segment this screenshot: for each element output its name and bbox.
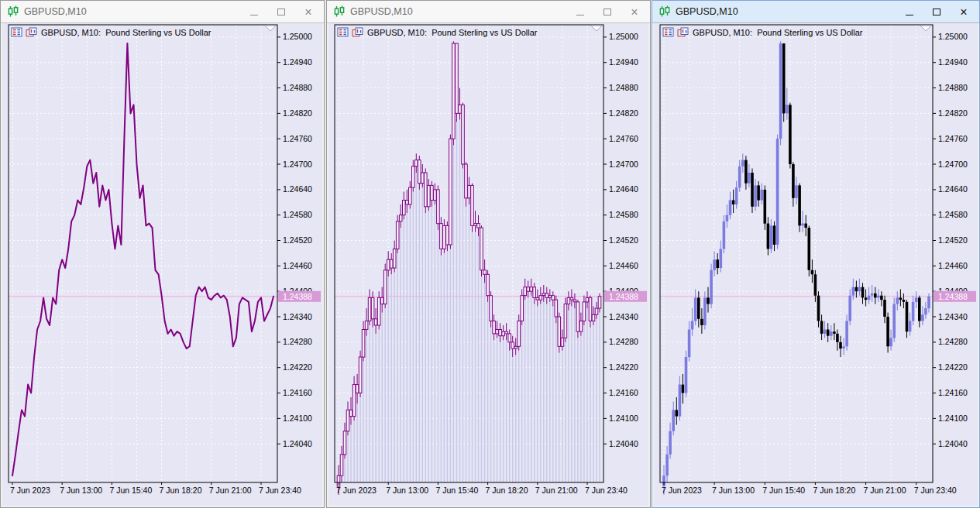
svg-text:1.24160: 1.24160 <box>938 388 968 397</box>
svg-text:7 Jun 18:20: 7 Jun 18:20 <box>486 486 528 495</box>
svg-text:1.24700: 1.24700 <box>938 160 968 169</box>
svg-text:7 Jun 21:00: 7 Jun 21:00 <box>535 486 578 495</box>
close-button[interactable]: × <box>630 7 639 17</box>
svg-text:7 Jun 18:20: 7 Jun 18:20 <box>160 486 202 495</box>
window-titlebar[interactable]: GBPUSD,M10 × <box>1 1 324 23</box>
svg-text:1.24880: 1.24880 <box>609 83 638 92</box>
svg-text:7 Jun 13:00: 7 Jun 13:00 <box>60 486 102 495</box>
svg-text:7 Jun 23:40: 7 Jun 23:40 <box>259 486 301 495</box>
svg-text:7 Jun 21:00: 7 Jun 21:00 <box>209 486 252 495</box>
svg-text:1.24580: 1.24580 <box>283 210 312 219</box>
svg-text:1.24640: 1.24640 <box>283 184 312 194</box>
svg-text:1.24640: 1.24640 <box>609 184 638 194</box>
window-title: GBPUSD,M10 <box>676 6 738 17</box>
svg-text:1.25000: 1.25000 <box>938 32 968 41</box>
chart-window-line: GBPUSD,M10 × 1.250001.249401.248801.2482… <box>0 0 325 508</box>
svg-text:7 Jun 21:00: 7 Jun 21:00 <box>864 486 906 495</box>
maximize-button[interactable] <box>277 7 286 17</box>
maximize-icon <box>933 9 940 15</box>
svg-text:1.24940: 1.24940 <box>609 57 638 67</box>
svg-text:1.24388: 1.24388 <box>609 292 638 301</box>
bid-price-tag: 1.24388 <box>278 291 321 302</box>
minimize-icon <box>250 15 258 15</box>
minimize-button[interactable] <box>905 7 914 17</box>
svg-text:7 Jun 2023: 7 Jun 2023 <box>10 486 50 495</box>
chart-title: GBPUSD, M10: Pound Sterling vs US Dollar <box>693 28 863 37</box>
svg-text:1.24580: 1.24580 <box>609 210 638 219</box>
svg-text:1.24280: 1.24280 <box>283 337 312 346</box>
chart-client-area: 1.250001.249401.248801.248201.247601.247… <box>328 23 648 506</box>
close-button[interactable]: × <box>959 7 968 17</box>
maximize-icon <box>277 9 285 15</box>
bid-price-tag: 1.24388 <box>934 291 976 302</box>
quotes-list-icon <box>338 28 348 36</box>
chart-window-filled-candles: GBPUSD,M10 × 1.250001.249401.248801.2482… <box>652 0 980 508</box>
svg-text:1.24160: 1.24160 <box>283 388 312 397</box>
svg-text:7 Jun 13:00: 7 Jun 13:00 <box>712 486 755 495</box>
svg-text:1.24460: 1.24460 <box>283 261 312 270</box>
svg-text:7 Jun 18:20: 7 Jun 18:20 <box>813 486 855 495</box>
svg-text:1.24760: 1.24760 <box>609 134 638 143</box>
svg-text:1.24820: 1.24820 <box>283 108 312 118</box>
svg-text:1.24760: 1.24760 <box>283 134 312 143</box>
svg-text:1.25000: 1.25000 <box>283 32 312 41</box>
chart-canvas-line[interactable]: 1.250001.249401.248801.248201.247601.247… <box>2 23 322 506</box>
chart-canvas-hollow-candles[interactable]: 1.250001.249401.248801.248201.247601.247… <box>328 23 648 506</box>
window-buttons: × <box>249 1 313 22</box>
svg-text:1.24700: 1.24700 <box>283 160 312 169</box>
svg-text:1.24220: 1.24220 <box>283 362 312 372</box>
window-buttons: × <box>905 1 968 22</box>
svg-text:1.24520: 1.24520 <box>938 235 968 245</box>
bid-price-tag: 1.24388 <box>604 291 647 302</box>
svg-text:1.24460: 1.24460 <box>609 261 638 270</box>
chart-client-area: 1.250001.249401.248801.248201.247601.247… <box>2 23 322 506</box>
svg-text:1.24280: 1.24280 <box>938 337 968 346</box>
svg-text:7 Jun 13:00: 7 Jun 13:00 <box>386 486 428 495</box>
svg-text:1.24580: 1.24580 <box>938 210 968 219</box>
svg-text:7 Jun 15:40: 7 Jun 15:40 <box>762 486 805 495</box>
minimize-icon <box>906 15 913 15</box>
svg-text:1.24340: 1.24340 <box>938 312 968 321</box>
chart-title: GBPUSD, M10: Pound Sterling vs US Dollar <box>367 28 538 37</box>
svg-text:7 Jun 23:40: 7 Jun 23:40 <box>914 486 957 495</box>
svg-text:1.24880: 1.24880 <box>283 83 312 92</box>
quotes-list-icon <box>663 28 673 36</box>
svg-text:1.24100: 1.24100 <box>609 414 638 423</box>
svg-text:1.24520: 1.24520 <box>609 235 638 245</box>
chart-title: GBPUSD, M10: Pound Sterling vs US Dollar <box>41 28 211 37</box>
window-title: GBPUSD,M10 <box>350 6 413 17</box>
svg-text:1.24220: 1.24220 <box>938 362 968 372</box>
svg-text:1.24520: 1.24520 <box>283 235 312 245</box>
svg-text:7 Jun 2023: 7 Jun 2023 <box>662 486 702 495</box>
svg-text:7 Jun 15:40: 7 Jun 15:40 <box>109 486 152 495</box>
svg-text:1.24040: 1.24040 <box>609 439 638 448</box>
svg-text:1.24940: 1.24940 <box>283 57 312 67</box>
svg-text:1.24100: 1.24100 <box>283 414 312 423</box>
svg-text:7 Jun 2023: 7 Jun 2023 <box>336 486 377 495</box>
svg-text:1.24388: 1.24388 <box>283 292 312 301</box>
chart-client-area: 1.250001.249401.248801.248201.247601.247… <box>654 23 978 506</box>
green-candlesticks-icon <box>658 5 671 18</box>
green-candlesticks-icon <box>7 5 19 18</box>
svg-text:1.24820: 1.24820 <box>609 108 638 118</box>
minimize-icon <box>576 15 584 15</box>
window-titlebar[interactable]: GBPUSD,M10 × <box>327 1 650 23</box>
window-buttons: × <box>576 1 639 22</box>
svg-text:1.24760: 1.24760 <box>938 134 968 143</box>
quotes-list-icon <box>12 28 22 36</box>
svg-text:1.24040: 1.24040 <box>938 439 968 448</box>
maximize-button[interactable] <box>932 7 941 17</box>
svg-text:1.24880: 1.24880 <box>938 83 968 92</box>
minimize-button[interactable] <box>576 7 585 17</box>
svg-text:1.25000: 1.25000 <box>609 32 638 41</box>
close-button[interactable]: × <box>304 7 313 17</box>
minimize-button[interactable] <box>249 7 259 17</box>
chart-canvas-filled-candles[interactable]: 1.250001.249401.248801.248201.247601.247… <box>654 23 978 506</box>
maximize-icon <box>603 9 611 15</box>
maximize-button[interactable] <box>603 7 612 17</box>
svg-text:1.24340: 1.24340 <box>609 312 638 321</box>
svg-text:1.24700: 1.24700 <box>609 160 638 169</box>
svg-text:1.24220: 1.24220 <box>609 362 638 372</box>
window-titlebar[interactable]: GBPUSD,M10 × <box>652 1 979 23</box>
svg-text:7 Jun 23:40: 7 Jun 23:40 <box>585 486 628 495</box>
